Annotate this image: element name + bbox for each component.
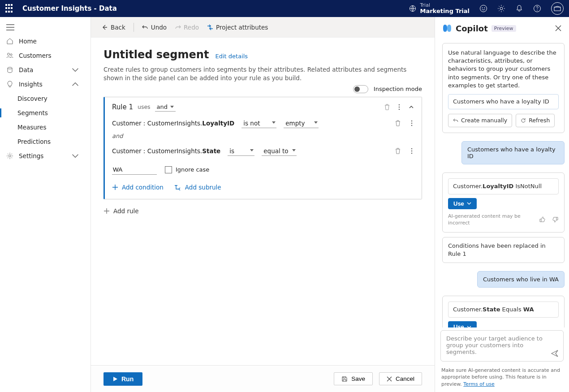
undo-icon [453, 118, 458, 123]
more-icon[interactable] [398, 103, 400, 111]
svg-point-17 [411, 125, 413, 126]
separator [134, 23, 134, 32]
trash-icon[interactable] [395, 147, 401, 155]
svg-point-6 [537, 10, 538, 11]
more-icon[interactable] [411, 147, 413, 155]
back-label: Back [111, 24, 125, 31]
sidebar-item-data[interactable]: Data [0, 63, 91, 77]
home-icon [6, 38, 13, 45]
app-launcher-icon[interactable] [5, 4, 14, 13]
svg-point-16 [411, 123, 413, 124]
thumbs-down-icon[interactable] [552, 216, 559, 223]
svg-rect-7 [554, 7, 560, 11]
inspection-mode-toggle[interactable] [353, 85, 368, 93]
sidebar-item-label: Segments [17, 109, 48, 116]
operator-value: is [229, 147, 234, 155]
add-rule-button[interactable]: Add rule [103, 207, 422, 215]
rule-card: Rule 1 uses and Customer : CustomerInsig… [103, 97, 422, 199]
undo-label: Undo [151, 24, 167, 31]
sidebar-item-home[interactable]: Home [0, 34, 91, 48]
copilot-scroll[interactable]: Use natural language to describe the cha… [435, 36, 569, 327]
feedback-icon[interactable] [479, 4, 487, 13]
use-label: Use [453, 323, 464, 327]
bell-icon[interactable] [515, 4, 523, 13]
value-select[interactable]: equal to [262, 146, 297, 156]
sidebar-item-predictions[interactable]: Predictions [0, 134, 91, 149]
condition-entity: Customer : CustomerInsights.State [112, 147, 220, 155]
condition-row: Customer : CustomerInsights.State is equ… [112, 146, 414, 156]
sidebar-item-customers[interactable]: Customers [0, 48, 91, 63]
sidebar-item-measures[interactable]: Measures [0, 120, 91, 134]
more-icon[interactable] [411, 120, 413, 127]
add-condition-button[interactable]: Add condition [112, 184, 164, 191]
sidebar-item-discovery[interactable]: Discovery [0, 91, 91, 106]
condition-row: Customer : CustomerInsights.LoyaltyID is… [112, 119, 414, 128]
create-manually-button[interactable]: Create manually [448, 114, 512, 127]
value-select[interactable]: empty [284, 119, 319, 128]
save-icon [341, 376, 348, 382]
avatar-icon [554, 6, 561, 11]
project-attributes-button[interactable]: Project attributes [207, 24, 268, 31]
operator-select[interactable]: is [228, 146, 254, 156]
close-icon[interactable] [555, 25, 562, 32]
arrow-left-icon [102, 24, 108, 30]
cancel-button[interactable]: Cancel [379, 372, 422, 385]
svg-point-1 [480, 5, 487, 12]
svg-point-19 [411, 151, 413, 152]
suggested-condition: Customer.LoyaltyID IsNotNull [448, 178, 559, 194]
send-icon[interactable] [551, 349, 559, 358]
settings-icon[interactable] [497, 4, 505, 13]
ignore-case-checkbox[interactable] [165, 166, 172, 173]
copilot-suggestion[interactable]: Customers who have a loyalty ID [448, 94, 559, 109]
help-icon[interactable] [533, 4, 541, 13]
use-button[interactable]: Use [448, 198, 477, 209]
refresh-button[interactable]: Refresh [516, 114, 555, 127]
terms-link[interactable]: Terms of use [463, 381, 494, 387]
add-subrule-button[interactable]: Add subrule [174, 184, 221, 191]
segment-title: Untitled segment [103, 48, 209, 61]
svg-point-11 [9, 155, 11, 157]
value-input[interactable] [112, 165, 157, 175]
subrule-icon [174, 184, 181, 190]
environment-picker[interactable]: Trial Marketing Trial [409, 3, 470, 14]
ai-note: AI-generated content may be incorrect [448, 213, 534, 227]
sidebar-item-insights[interactable]: Insights [0, 77, 91, 91]
trash-icon[interactable] [384, 103, 390, 111]
user-message: Customers who live in WA [477, 271, 565, 288]
copilot-title: Copilot [456, 24, 488, 33]
sidebar-toggle[interactable] [0, 21, 91, 34]
rule-uses-label: uses [138, 103, 151, 110]
save-button[interactable]: Save [334, 372, 373, 385]
avatar[interactable] [551, 2, 564, 15]
run-button[interactable]: Run [103, 372, 142, 386]
back-button[interactable]: Back [102, 24, 125, 31]
sidebar-item-segments[interactable]: Segments [0, 106, 91, 120]
chevron-up-icon[interactable] [408, 104, 414, 110]
rule-logic-select[interactable]: and [155, 103, 176, 112]
refresh-icon [521, 118, 526, 123]
undo-button[interactable]: Undo [142, 24, 167, 31]
svg-point-20 [411, 153, 413, 154]
run-label: Run [121, 375, 134, 383]
redo-button[interactable]: Redo [175, 24, 199, 31]
chevron-down-icon [467, 325, 471, 327]
trash-icon[interactable] [395, 120, 401, 127]
hamburger-icon [6, 24, 14, 30]
close-icon [387, 376, 392, 382]
sidebar-item-settings[interactable]: Settings [0, 149, 91, 163]
edit-details-link[interactable]: Edit details [216, 53, 248, 60]
svg-point-2 [482, 8, 483, 9]
suggested-condition: Customer.State Equals WA [448, 302, 559, 318]
svg-point-4 [500, 7, 503, 10]
sidebar-item-label: Predictions [17, 138, 51, 145]
copilot-status-card: Conditions have been replaced in Rule 1 [442, 237, 565, 263]
use-button[interactable]: Use [448, 321, 477, 327]
insights-icon [6, 81, 13, 88]
operator-value: is not [243, 120, 260, 127]
copilot-input[interactable]: Describe your target audience to group y… [440, 330, 564, 362]
sidebar-item-label: Data [19, 66, 33, 73]
thumbs-up-icon[interactable] [539, 216, 546, 223]
operator-select[interactable]: is not [241, 119, 276, 128]
copilot-icon [442, 23, 452, 33]
project-icon [207, 24, 213, 30]
